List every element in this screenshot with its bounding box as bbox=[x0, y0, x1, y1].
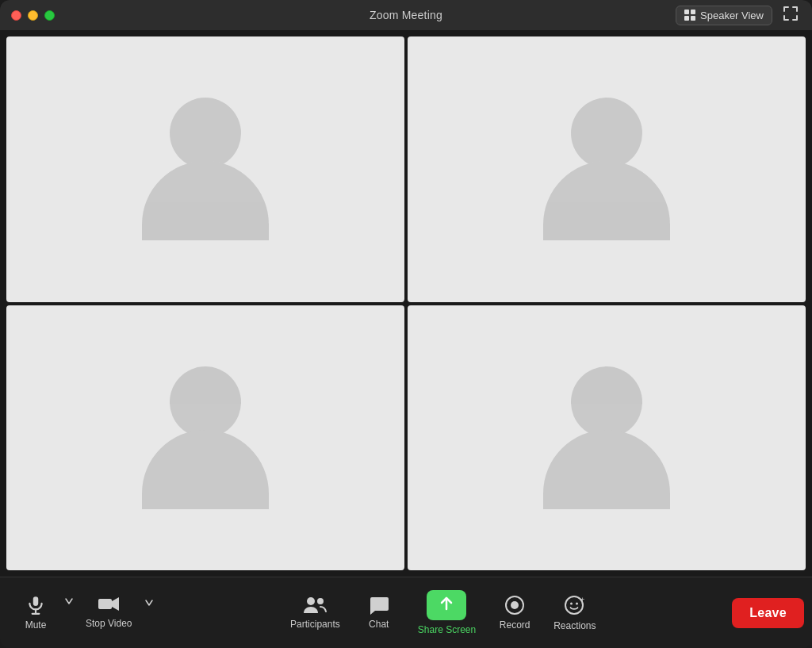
share-screen-label: Share Screen bbox=[418, 624, 476, 635]
window-title: Zoom Meeting bbox=[370, 9, 442, 21]
stop-video-group: Stop Video bbox=[75, 590, 155, 635]
video-tile-1 bbox=[6, 36, 404, 302]
toolbar-right: Leave bbox=[732, 598, 804, 628]
svg-text:+: + bbox=[580, 596, 584, 604]
reactions-button[interactable]: + Reactions bbox=[542, 588, 607, 638]
mute-group: Mute bbox=[8, 589, 75, 637]
avatar-2 bbox=[543, 98, 670, 240]
avatar-4 bbox=[543, 366, 670, 509]
fullscreen-icon[interactable] bbox=[780, 5, 801, 25]
svg-point-6 bbox=[317, 598, 324, 604]
avatar-body-4 bbox=[543, 430, 670, 509]
minimize-button[interactable] bbox=[28, 10, 38, 21]
title-bar: Zoom Meeting Speaker View bbox=[0, 0, 812, 30]
stop-video-chevron[interactable] bbox=[144, 590, 155, 609]
avatar-1 bbox=[142, 98, 269, 240]
participants-label: Participants bbox=[290, 619, 340, 630]
svg-rect-0 bbox=[33, 596, 39, 606]
chat-button[interactable]: Chat bbox=[351, 589, 407, 636]
svg-marker-4 bbox=[112, 597, 119, 611]
participants-icon bbox=[303, 596, 327, 615]
record-label: Record bbox=[500, 619, 530, 631]
toolbar: Mute Stop Video bbox=[0, 577, 812, 648]
stop-video-label: Stop Video bbox=[86, 618, 132, 629]
speaker-view-label: Speaker View bbox=[700, 10, 764, 21]
svg-point-11 bbox=[570, 603, 573, 605]
record-icon bbox=[504, 595, 525, 615]
participants-button[interactable]: Participants bbox=[279, 589, 351, 636]
chat-label: Chat bbox=[369, 619, 389, 630]
maximize-button[interactable] bbox=[44, 10, 55, 21]
stop-video-button[interactable]: Stop Video bbox=[75, 590, 144, 635]
svg-point-12 bbox=[576, 603, 578, 605]
svg-rect-3 bbox=[98, 599, 112, 609]
share-screen-button[interactable]: Share Screen bbox=[407, 584, 487, 642]
share-screen-icon bbox=[427, 590, 466, 620]
reactions-icon: + bbox=[564, 594, 586, 616]
toolbar-center: Participants Chat Share Screen bbox=[155, 584, 733, 642]
svg-point-9 bbox=[511, 601, 519, 609]
svg-point-5 bbox=[307, 597, 315, 605]
mute-button[interactable]: Mute bbox=[8, 589, 63, 637]
traffic-lights bbox=[11, 10, 55, 21]
mute-label: Mute bbox=[25, 619, 47, 631]
close-button[interactable] bbox=[11, 10, 21, 21]
video-tile-4 bbox=[408, 305, 806, 571]
video-tile-2 bbox=[408, 36, 806, 302]
avatar-head-3 bbox=[170, 366, 241, 438]
speaker-view-button[interactable]: Speaker View bbox=[676, 6, 772, 25]
avatar-body-2 bbox=[543, 161, 670, 240]
leave-button[interactable]: Leave bbox=[732, 598, 804, 628]
avatar-head-1 bbox=[170, 98, 241, 169]
grid-icon bbox=[684, 10, 695, 21]
avatar-head-2 bbox=[571, 98, 642, 169]
chat-icon bbox=[369, 596, 389, 615]
record-button[interactable]: Record bbox=[487, 589, 542, 637]
avatar-3 bbox=[142, 366, 269, 509]
avatar-head-4 bbox=[571, 366, 642, 438]
avatar-body-1 bbox=[142, 161, 269, 240]
reactions-label: Reactions bbox=[553, 620, 596, 631]
video-icon bbox=[98, 596, 120, 614]
mute-chevron[interactable] bbox=[63, 589, 75, 608]
video-tile-3 bbox=[6, 305, 404, 571]
top-right-controls: Speaker View bbox=[676, 5, 801, 25]
microphone-icon bbox=[25, 595, 46, 615]
video-grid bbox=[0, 30, 812, 577]
avatar-body-3 bbox=[142, 430, 269, 509]
